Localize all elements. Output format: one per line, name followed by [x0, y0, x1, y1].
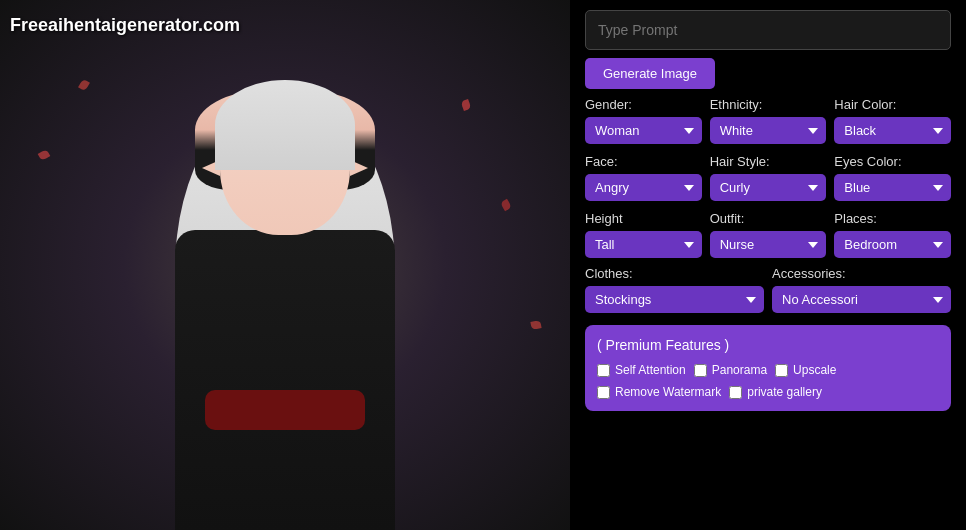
- self-attention-checkbox[interactable]: [597, 364, 610, 377]
- outfit-label: Outfit:: [710, 211, 827, 226]
- hair-style-select[interactable]: Curly Straight Wavy Short: [710, 174, 827, 201]
- self-attention-label: Self Attention: [615, 363, 686, 377]
- accessories-group: Accessories: No Accessori Glasses Hat Ne…: [772, 266, 951, 313]
- controls-panel: Generate Image Gender: Woman Man Ethnici…: [570, 0, 966, 530]
- feature-self-attention: Self Attention: [597, 363, 686, 377]
- outfit-select[interactable]: Nurse Casual Formal Swimsuit: [710, 231, 827, 258]
- height-select[interactable]: Tall Medium Short: [585, 231, 702, 258]
- panorama-label: Panorama: [712, 363, 767, 377]
- remove-watermark-checkbox[interactable]: [597, 386, 610, 399]
- premium-box: ( Premium Features ) Self Attention Pano…: [585, 325, 951, 411]
- outfit-group: Outfit: Nurse Casual Formal Swimsuit: [710, 211, 827, 258]
- hair-color-group: Hair Color: Black White Blonde Brown Red: [834, 97, 951, 144]
- height-label: Height: [585, 211, 702, 226]
- upscale-checkbox[interactable]: [775, 364, 788, 377]
- hair-style-group: Hair Style: Curly Straight Wavy Short: [710, 154, 827, 201]
- private-gallery-checkbox[interactable]: [729, 386, 742, 399]
- gender-group: Gender: Woman Man: [585, 97, 702, 144]
- generate-button[interactable]: Generate Image: [585, 58, 715, 89]
- clothes-label: Clothes:: [585, 266, 764, 281]
- premium-title: ( Premium Features ): [597, 337, 939, 353]
- feature-upscale: Upscale: [775, 363, 836, 377]
- clothes-group: Clothes: Stockings Jeans Dress None: [585, 266, 764, 313]
- remove-watermark-label: Remove Watermark: [615, 385, 721, 399]
- gender-label: Gender:: [585, 97, 702, 112]
- private-gallery-label: private gallery: [747, 385, 822, 399]
- petal-4: [530, 320, 541, 330]
- controls-grid-top: Gender: Woman Man Ethnicity: White Black…: [585, 97, 951, 258]
- eyes-color-group: Eyes Color: Blue Brown Green Red: [834, 154, 951, 201]
- accessories-label: Accessories:: [772, 266, 951, 281]
- ethnicity-group: Ethnicity: White Black Asian Latina: [710, 97, 827, 144]
- feature-private-gallery: private gallery: [729, 385, 822, 399]
- ethnicity-label: Ethnicity:: [710, 97, 827, 112]
- panorama-checkbox[interactable]: [694, 364, 707, 377]
- upscale-label: Upscale: [793, 363, 836, 377]
- hair-front: [215, 80, 355, 170]
- clothes-select[interactable]: Stockings Jeans Dress None: [585, 286, 764, 313]
- feature-remove-watermark: Remove Watermark: [597, 385, 721, 399]
- ethnicity-select[interactable]: White Black Asian Latina: [710, 117, 827, 144]
- site-title: Freeaihentaigenerator.com: [10, 15, 240, 36]
- eyes-color-select[interactable]: Blue Brown Green Red: [834, 174, 951, 201]
- controls-row-bottom: Clothes: Stockings Jeans Dress None Acce…: [585, 266, 951, 313]
- face-select[interactable]: Angry Smile Sad Shy: [585, 174, 702, 201]
- anime-character: [115, 60, 455, 530]
- hair-style-label: Hair Style:: [710, 154, 827, 169]
- face-group: Face: Angry Smile Sad Shy: [585, 154, 702, 201]
- gender-select[interactable]: Woman Man: [585, 117, 702, 144]
- places-group: Places: Bedroom Office Beach Forest: [834, 211, 951, 258]
- places-select[interactable]: Bedroom Office Beach Forest: [834, 231, 951, 258]
- outfit-accent: [205, 390, 365, 430]
- feature-panorama: Panorama: [694, 363, 767, 377]
- eyes-color-label: Eyes Color:: [834, 154, 951, 169]
- hair-color-label: Hair Color:: [834, 97, 951, 112]
- places-label: Places:: [834, 211, 951, 226]
- face-label: Face:: [585, 154, 702, 169]
- image-panel: Freeaihentaigenerator.com: [0, 0, 570, 530]
- accessories-select[interactable]: No Accessori Glasses Hat Necklace: [772, 286, 951, 313]
- premium-features: Self Attention Panorama Upscale Remove W…: [597, 363, 939, 399]
- height-group: Height Tall Medium Short: [585, 211, 702, 258]
- prompt-input[interactable]: [585, 10, 951, 50]
- body: [175, 230, 395, 530]
- hair-color-select[interactable]: Black White Blonde Brown Red: [834, 117, 951, 144]
